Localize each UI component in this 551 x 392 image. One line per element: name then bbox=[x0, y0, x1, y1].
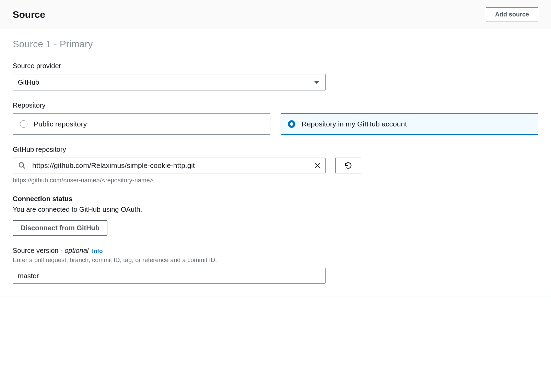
panel-header: Source Add source bbox=[0, 0, 551, 29]
connection-status-text: You are connected to GitHub using OAuth. bbox=[13, 206, 538, 213]
source-subheading: Source 1 - Primary bbox=[13, 39, 538, 50]
refresh-icon bbox=[344, 162, 352, 169]
repository-label: Repository bbox=[13, 101, 538, 109]
repository-field: Repository Public repository Repository … bbox=[13, 101, 538, 135]
source-version-hint: Enter a pull request, branch, commit ID,… bbox=[13, 257, 538, 264]
repo-option-my-account[interactable]: Repository in my GitHub account bbox=[281, 113, 538, 135]
add-source-button[interactable]: Add source bbox=[486, 7, 538, 22]
source-version-label: Source version - optional bbox=[13, 247, 89, 255]
source-provider-field: Source provider GitHub bbox=[13, 62, 538, 90]
connection-status-heading: Connection status bbox=[13, 195, 538, 203]
github-repo-input-wrap bbox=[13, 158, 326, 173]
source-version-field: Source version - optional Info Enter a p… bbox=[13, 247, 538, 284]
github-repo-label: GitHub repository bbox=[13, 146, 538, 154]
github-repo-input[interactable] bbox=[13, 158, 326, 173]
repo-option-label: Repository in my GitHub account bbox=[302, 120, 407, 128]
source-provider-select-wrap: GitHub bbox=[13, 74, 326, 90]
github-repo-input-row bbox=[13, 158, 538, 173]
source-panel: Source Add source Source 1 - Primary Sou… bbox=[0, 0, 551, 296]
repository-radio-group: Public repository Repository in my GitHu… bbox=[13, 113, 538, 135]
source-version-label-row: Source version - optional Info bbox=[13, 247, 538, 255]
source-version-label-main: Source version - bbox=[13, 247, 65, 254]
panel-title: Source bbox=[13, 9, 45, 20]
source-version-input[interactable] bbox=[13, 268, 326, 284]
source-provider-select[interactable]: GitHub bbox=[13, 74, 326, 90]
repo-option-label: Public repository bbox=[34, 120, 87, 128]
radio-icon bbox=[20, 120, 27, 128]
disconnect-github-button[interactable]: Disconnect from GitHub bbox=[13, 220, 107, 236]
refresh-button[interactable] bbox=[335, 158, 361, 173]
source-provider-label: Source provider bbox=[13, 62, 538, 70]
github-repo-field: GitHub repository bbox=[13, 146, 538, 184]
connection-status-field: Connection status You are connected to G… bbox=[13, 195, 538, 236]
clear-icon[interactable] bbox=[314, 162, 321, 169]
panel-body: Source 1 - Primary Source provider GitHu… bbox=[0, 29, 551, 296]
info-link[interactable]: Info bbox=[92, 248, 103, 255]
radio-icon bbox=[288, 120, 295, 128]
repo-option-public[interactable]: Public repository bbox=[13, 113, 270, 135]
source-version-label-optional: optional bbox=[65, 247, 89, 254]
github-repo-helper: https://github.com/<user-name>/<reposito… bbox=[13, 177, 538, 184]
